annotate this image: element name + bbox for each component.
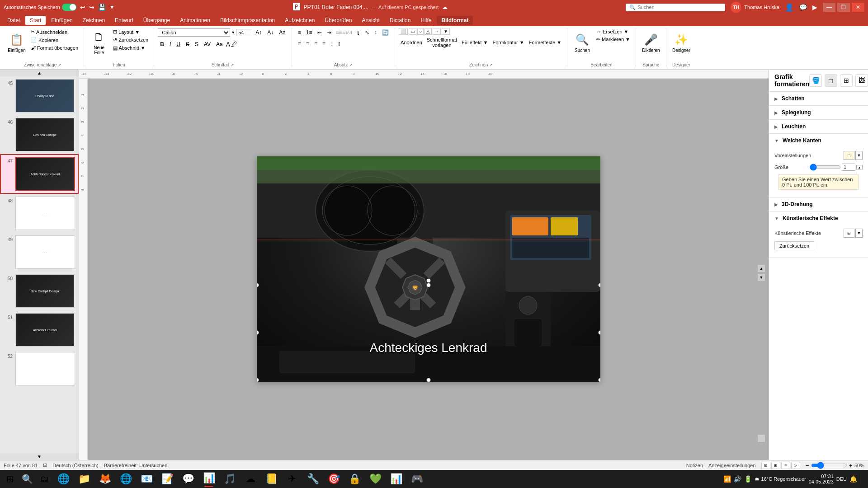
new-slide-button[interactable]: 🗋 NeueFolie xyxy=(88,28,110,57)
voreinstellungen-dropdown[interactable]: ▼ xyxy=(855,151,863,160)
taskbar-app-firefox[interactable]: 🦊 xyxy=(95,470,115,488)
shadow-button[interactable]: S xyxy=(193,40,201,49)
format-effects-icon[interactable]: ◻ xyxy=(825,74,837,87)
view-normal-button[interactable]: ⊟ xyxy=(761,462,770,469)
kuenstlerisch-dropdown[interactable]: ▼ xyxy=(855,229,863,238)
groesse-input[interactable] xyxy=(842,164,855,171)
taskbar-app-edge[interactable]: 🌐 xyxy=(53,470,73,488)
align-text-button[interactable]: ↕ xyxy=(372,28,379,37)
copy-button[interactable]: 📄 Kopieren xyxy=(29,36,80,44)
menu-bildformat[interactable]: Bildformat xyxy=(437,16,473,25)
diktieren-button[interactable]: 🎤 Diktieren xyxy=(640,28,662,57)
slide-item-52[interactable]: 52 xyxy=(0,349,79,388)
present-icon[interactable]: ▶ xyxy=(812,4,817,11)
scroll-up-btn[interactable]: ▲ xyxy=(758,265,765,272)
taskbar-taskview[interactable]: 🗂 xyxy=(36,471,52,487)
taskbar-app-notes[interactable]: 📝 xyxy=(157,470,177,488)
font-color-btn[interactable]: A xyxy=(226,41,230,48)
shape-triangle[interactable]: △ xyxy=(425,28,432,35)
view-reading-button[interactable]: ≡ xyxy=(781,462,790,469)
slide-item-47[interactable]: 47 Achteckiges Lenkrad xyxy=(0,154,79,194)
shape-fill-button[interactable]: Fülleffekt ▼ xyxy=(460,36,490,49)
align-right-button[interactable]: ≡ xyxy=(312,39,320,48)
undo-icon[interactable]: ↩ xyxy=(80,4,85,11)
notes-button[interactable]: Notizen xyxy=(686,463,703,468)
designer-button[interactable]: ✨ Designer xyxy=(670,28,693,57)
menu-ueberpruefen[interactable]: Überprüfen xyxy=(320,16,356,25)
shape-effects-button[interactable]: Formeffekte ▼ xyxy=(527,36,563,49)
rp-section-spiegelung-header[interactable]: ▶ Spiegelung xyxy=(769,106,868,119)
slide-item-45[interactable]: 45 Ready to ride xyxy=(0,76,79,115)
menu-hilfe[interactable]: Hilfe xyxy=(416,16,436,25)
share-icon[interactable]: 👤 xyxy=(785,3,794,12)
underline-button[interactable]: U xyxy=(174,40,183,49)
highlight-btn[interactable]: 🖊 xyxy=(231,41,237,48)
taskbar-search[interactable]: 🔍 xyxy=(19,471,35,487)
format-picture-icon[interactable]: 🖼 xyxy=(855,74,868,87)
markieren-button[interactable]: ✏ Markieren ▼ xyxy=(594,36,632,43)
quick-styles-button[interactable]: Schnellformatvorlagen xyxy=(425,36,459,49)
search-input[interactable] xyxy=(637,5,719,10)
format-layout-icon[interactable]: ⊞ xyxy=(840,74,853,87)
taskbar-app-teams[interactable]: 💬 xyxy=(178,470,198,488)
groesse-up-button[interactable]: ▲ xyxy=(856,165,863,169)
shape-line[interactable]: ⬜ xyxy=(399,28,408,35)
taskbar-app-chrome[interactable]: 🌐 xyxy=(116,470,136,488)
datetime[interactable]: 07:31 04.05.2023 xyxy=(809,474,834,484)
font-name-select[interactable]: Calibri xyxy=(158,28,230,37)
font-size-input[interactable] xyxy=(236,29,252,36)
view-present-button[interactable]: ▷ xyxy=(791,462,800,469)
taskbar-app-music[interactable]: 🎵 xyxy=(220,470,240,488)
format-paint-button[interactable]: 🖌 Format übertragen xyxy=(29,44,80,52)
battery-icon[interactable]: 🔋 xyxy=(744,475,752,483)
menu-animationen[interactable]: Animationen xyxy=(175,16,215,25)
font-decrease-button[interactable]: A↓ xyxy=(265,28,276,37)
autosave-toggle[interactable]: Automatisches Speichern xyxy=(4,4,76,11)
menu-uebergaenge[interactable]: Übergänge xyxy=(139,16,175,25)
minimize-button[interactable]: — xyxy=(823,3,835,12)
rp-section-weiche-kanten-header[interactable]: ▼ Weiche Kanten xyxy=(769,134,868,147)
scroll-down-btn[interactable]: ▼ xyxy=(758,274,765,281)
clipboard-expand[interactable]: ↗ xyxy=(58,63,61,67)
groesse-slider[interactable] xyxy=(809,164,841,171)
show-desktop-icon[interactable] xyxy=(860,474,863,484)
shape-outline-button[interactable]: Formkontur ▼ xyxy=(491,36,526,49)
taskbar-app-onenote[interactable]: 📒 xyxy=(261,470,281,488)
kuenstlerisch-reset-button[interactable]: Zurücksetzen xyxy=(774,241,814,250)
shape-rect[interactable]: ▭ xyxy=(409,28,416,35)
draw-expand-icon[interactable]: ↗ xyxy=(489,63,493,67)
menu-entwurf[interactable]: Entwurf xyxy=(110,16,138,25)
taskbar-app-security[interactable]: 🔒 xyxy=(344,470,364,488)
taskbar-app-mail[interactable]: 📧 xyxy=(137,470,156,488)
justify-button[interactable]: ≡ xyxy=(320,39,328,48)
taskbar-app-explorer[interactable]: 📁 xyxy=(74,470,94,488)
font-case-button[interactable]: Aa xyxy=(214,40,225,49)
slide-item-48[interactable]: 48 - - - xyxy=(0,194,79,233)
reset-button[interactable]: ↺ Zurücksetzen xyxy=(111,36,150,44)
menu-dictation[interactable]: Dictation xyxy=(385,16,415,25)
font-increase-button[interactable]: A↑ xyxy=(253,28,264,37)
accessibility[interactable]: Barrierefreiheit: Untersuchen xyxy=(104,463,168,468)
col-button[interactable]: ⫿ xyxy=(355,28,362,37)
suchen-button[interactable]: 🔍 Suchen xyxy=(571,28,594,57)
rp-section-kuenstlerisch-header[interactable]: ▼ Künstlerische Effekte xyxy=(769,211,868,225)
font-expand-icon[interactable]: ↗ xyxy=(231,63,234,67)
shape-arrow[interactable]: → xyxy=(433,28,441,35)
para-expand-icon[interactable]: ↗ xyxy=(349,63,353,67)
convert-button[interactable]: 🔄 xyxy=(380,28,391,37)
menu-start[interactable]: Start xyxy=(25,16,46,25)
spacing-button[interactable]: AV xyxy=(202,40,213,49)
taskbar-app-onedrive[interactable]: ☁ xyxy=(241,470,260,488)
scroll-down-arrow[interactable]: ▼ xyxy=(37,454,42,459)
quick-access[interactable]: ▼ xyxy=(109,4,115,10)
taskbar-start[interactable]: ⊞ xyxy=(2,471,18,487)
menu-ansicht[interactable]: Ansicht xyxy=(357,16,384,25)
format-fill-icon[interactable]: 🪣 xyxy=(809,74,822,87)
scroll-up-arrow[interactable]: ▲ xyxy=(37,70,42,75)
zoom-in-button[interactable]: + xyxy=(849,462,853,469)
taskbar-app-tool[interactable]: 🔧 xyxy=(303,470,323,488)
menu-zeichnen[interactable]: Zeichnen xyxy=(78,16,109,25)
menu-aufzeichnen[interactable]: Aufzeichnen xyxy=(280,16,319,25)
notifications-icon[interactable]: 🔔 xyxy=(849,475,857,483)
rp-section-schatten-header[interactable]: ▶ Schatten xyxy=(769,92,868,105)
